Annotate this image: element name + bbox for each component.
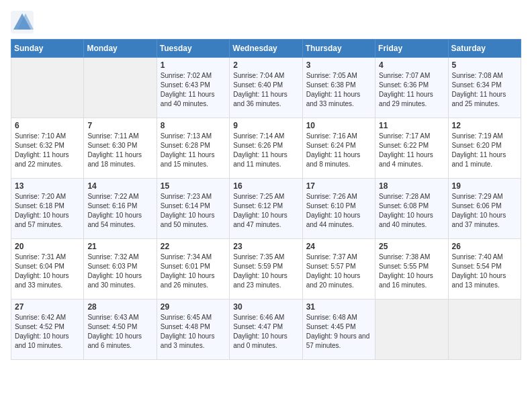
- daylight-text: Daylight: 10 hours and 16 minutes.: [379, 272, 433, 289]
- logo: [11, 11, 35, 34]
- calendar-cell: 5 Sunrise: 7:08 AM Sunset: 6:34 PM Dayli…: [448, 58, 521, 118]
- sunset-text: Sunset: 6:12 PM: [233, 202, 283, 210]
- sunset-text: Sunset: 4:45 PM: [306, 323, 356, 330]
- calendar-cell: 16 Sunrise: 7:25 AM Sunset: 6:12 PM Dayl…: [230, 179, 302, 239]
- day-info: Sunrise: 6:45 AM Sunset: 4:48 PM Dayligh…: [161, 313, 226, 351]
- day-info: Sunrise: 7:20 AM Sunset: 6:18 PM Dayligh…: [15, 192, 80, 230]
- daylight-text: Daylight: 9 hours and 57 minutes.: [306, 332, 370, 349]
- daylight-text: Daylight: 10 hours and 37 minutes.: [452, 212, 506, 228]
- sunrise-text: Sunrise: 7:14 AM: [233, 132, 284, 140]
- day-number: 25: [379, 242, 444, 251]
- day-header: Tuesday: [157, 40, 229, 58]
- day-header: Saturday: [448, 40, 521, 58]
- sunset-text: Sunset: 6:01 PM: [161, 263, 210, 270]
- sunrise-text: Sunrise: 6:42 AM: [15, 314, 66, 321]
- sunrise-text: Sunrise: 7:37 AM: [306, 253, 357, 261]
- day-info: Sunrise: 7:28 AM Sunset: 6:08 PM Dayligh…: [379, 192, 444, 230]
- sunrise-text: Sunrise: 7:34 AM: [161, 253, 212, 261]
- day-number: 19: [452, 181, 517, 191]
- sunset-text: Sunset: 6:08 PM: [379, 202, 429, 210]
- day-info: Sunrise: 7:10 AM Sunset: 6:32 PM Dayligh…: [15, 132, 80, 169]
- sunrise-text: Sunrise: 7:10 AM: [15, 132, 66, 140]
- day-number: 30: [233, 302, 298, 312]
- calendar-cell: 9 Sunrise: 7:14 AM Sunset: 6:26 PM Dayli…: [230, 118, 302, 179]
- daylight-text: Daylight: 11 hours and 15 minutes.: [161, 151, 215, 168]
- calendar-week-row: 1 Sunrise: 7:02 AM Sunset: 6:43 PM Dayli…: [11, 58, 521, 118]
- daylight-text: Daylight: 10 hours and 26 minutes.: [161, 272, 215, 289]
- sunset-text: Sunset: 6:20 PM: [452, 142, 502, 149]
- day-info: Sunrise: 6:48 AM Sunset: 4:45 PM Dayligh…: [306, 313, 371, 351]
- day-number: 11: [379, 121, 444, 130]
- calendar-cell: 24 Sunrise: 7:37 AM Sunset: 5:57 PM Dayl…: [302, 239, 375, 300]
- calendar-cell: 30 Sunrise: 6:46 AM Sunset: 4:47 PM Dayl…: [230, 300, 302, 360]
- sunrise-text: Sunrise: 7:23 AM: [161, 193, 212, 200]
- calendar-week-row: 13 Sunrise: 7:20 AM Sunset: 6:18 PM Dayl…: [11, 179, 521, 239]
- sunset-text: Sunset: 6:14 PM: [161, 202, 210, 210]
- sunrise-text: Sunrise: 7:17 AM: [379, 132, 430, 140]
- daylight-text: Daylight: 10 hours and 13 minutes.: [452, 272, 506, 289]
- calendar-cell: 1 Sunrise: 7:02 AM Sunset: 6:43 PM Dayli…: [157, 58, 229, 118]
- daylight-text: Daylight: 11 hours and 22 minutes.: [15, 151, 69, 168]
- sunrise-text: Sunrise: 7:05 AM: [306, 72, 357, 79]
- day-info: Sunrise: 6:42 AM Sunset: 4:52 PM Dayligh…: [15, 313, 80, 351]
- day-number: 15: [161, 181, 226, 191]
- sunrise-text: Sunrise: 7:38 AM: [379, 253, 430, 261]
- day-number: 14: [87, 181, 152, 191]
- day-info: Sunrise: 7:34 AM Sunset: 6:01 PM Dayligh…: [161, 253, 226, 290]
- sunset-text: Sunset: 6:18 PM: [15, 202, 64, 210]
- calendar-cell: 2 Sunrise: 7:04 AM Sunset: 6:40 PM Dayli…: [230, 58, 302, 118]
- calendar-cell: [375, 300, 448, 360]
- calendar-week-row: 27 Sunrise: 6:42 AM Sunset: 4:52 PM Dayl…: [11, 300, 521, 360]
- daylight-text: Daylight: 11 hours and 29 minutes.: [379, 91, 433, 107]
- day-info: Sunrise: 7:22 AM Sunset: 6:16 PM Dayligh…: [87, 192, 152, 230]
- day-info: Sunrise: 7:14 AM Sunset: 6:26 PM Dayligh…: [233, 132, 298, 169]
- sunset-text: Sunset: 6:32 PM: [15, 142, 64, 149]
- sunset-text: Sunset: 5:55 PM: [379, 263, 429, 270]
- sunset-text: Sunset: 6:36 PM: [379, 81, 429, 89]
- day-number: 18: [379, 181, 444, 191]
- calendar-table: SundayMondayTuesdayWednesdayThursdayFrid…: [11, 39, 521, 360]
- day-number: 6: [15, 121, 80, 130]
- day-info: Sunrise: 7:29 AM Sunset: 6:06 PM Dayligh…: [452, 192, 517, 230]
- day-info: Sunrise: 7:02 AM Sunset: 6:43 PM Dayligh…: [161, 71, 226, 109]
- day-info: Sunrise: 7:07 AM Sunset: 6:36 PM Dayligh…: [379, 71, 444, 109]
- sunrise-text: Sunrise: 7:32 AM: [87, 253, 138, 261]
- day-info: Sunrise: 7:13 AM Sunset: 6:28 PM Dayligh…: [161, 132, 226, 169]
- calendar-cell: 4 Sunrise: 7:07 AM Sunset: 6:36 PM Dayli…: [375, 58, 448, 118]
- day-number: 28: [87, 302, 152, 312]
- day-number: 9: [233, 121, 298, 130]
- day-number: 4: [379, 60, 444, 70]
- day-number: 2: [233, 60, 298, 70]
- sunset-text: Sunset: 6:03 PM: [87, 263, 137, 270]
- daylight-text: Daylight: 10 hours and 23 minutes.: [233, 272, 287, 289]
- calendar-cell: 26 Sunrise: 7:40 AM Sunset: 5:54 PM Dayl…: [448, 239, 521, 300]
- calendar-cell: 28 Sunrise: 6:43 AM Sunset: 4:50 PM Dayl…: [84, 300, 157, 360]
- daylight-text: Daylight: 11 hours and 8 minutes.: [306, 151, 361, 168]
- daylight-text: Daylight: 11 hours and 25 minutes.: [452, 91, 506, 107]
- sunset-text: Sunset: 6:30 PM: [87, 142, 137, 149]
- calendar-cell: 14 Sunrise: 7:22 AM Sunset: 6:16 PM Dayl…: [84, 179, 157, 239]
- calendar-cell: 19 Sunrise: 7:29 AM Sunset: 6:06 PM Dayl…: [448, 179, 521, 239]
- daylight-text: Daylight: 11 hours and 4 minutes.: [379, 151, 433, 168]
- daylight-text: Daylight: 10 hours and 57 minutes.: [15, 212, 69, 228]
- day-info: Sunrise: 7:31 AM Sunset: 6:04 PM Dayligh…: [15, 253, 80, 290]
- sunrise-text: Sunrise: 7:28 AM: [379, 193, 430, 200]
- day-number: 10: [306, 121, 371, 130]
- sunset-text: Sunset: 6:04 PM: [15, 263, 64, 270]
- sunrise-text: Sunrise: 7:11 AM: [87, 132, 138, 140]
- sunset-text: Sunset: 6:34 PM: [452, 81, 502, 89]
- sunrise-text: Sunrise: 7:25 AM: [233, 193, 284, 200]
- sunset-text: Sunset: 6:24 PM: [306, 142, 356, 149]
- calendar-cell: 31 Sunrise: 6:48 AM Sunset: 4:45 PM Dayl…: [302, 300, 375, 360]
- calendar-cell: 18 Sunrise: 7:28 AM Sunset: 6:08 PM Dayl…: [375, 179, 448, 239]
- day-header: Wednesday: [230, 40, 302, 58]
- sunrise-text: Sunrise: 7:07 AM: [379, 72, 430, 79]
- calendar-week-row: 20 Sunrise: 7:31 AM Sunset: 6:04 PM Dayl…: [11, 239, 521, 300]
- daylight-text: Daylight: 10 hours and 50 minutes.: [161, 212, 215, 228]
- day-number: 13: [15, 181, 80, 191]
- day-info: Sunrise: 7:32 AM Sunset: 6:03 PM Dayligh…: [87, 253, 152, 290]
- calendar-cell: 10 Sunrise: 7:16 AM Sunset: 6:24 PM Dayl…: [302, 118, 375, 179]
- day-header: Monday: [84, 40, 157, 58]
- daylight-text: Daylight: 11 hours and 1 minute.: [452, 151, 506, 168]
- day-info: Sunrise: 7:37 AM Sunset: 5:57 PM Dayligh…: [306, 253, 371, 290]
